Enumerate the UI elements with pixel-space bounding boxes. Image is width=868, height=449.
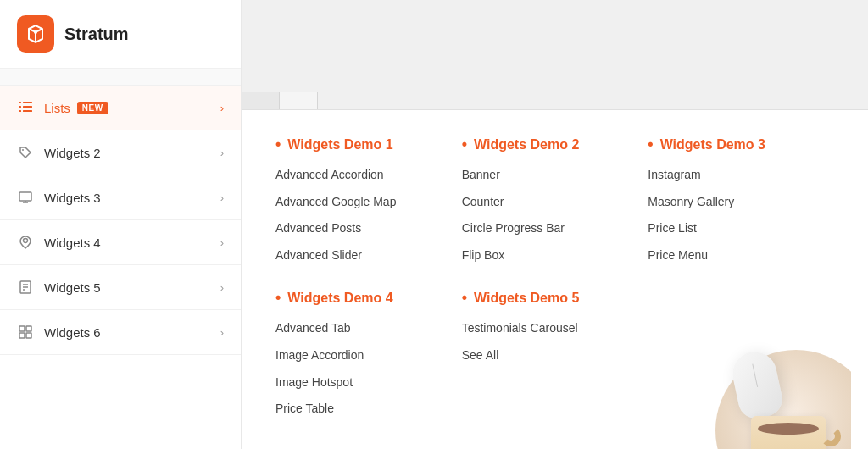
menu-column-2: Widgets Demo 2 Banner Counter Circle Pro…: [462, 136, 648, 449]
chevron-right-icon: ›: [220, 102, 224, 114]
section-title-demo2: Widgets Demo 2: [462, 136, 632, 153]
new-badge: NEW: [77, 102, 108, 114]
sidebar-item-widgets2-label: Widgets 2: [44, 146, 101, 160]
tab-2[interactable]: [280, 92, 318, 109]
chevron-right-icon-3: ›: [220, 191, 224, 204]
menu-item-image-hotspot[interactable]: Image Hotspot: [275, 374, 445, 391]
menu-item-counter[interactable]: Counter: [462, 194, 632, 211]
menu-item-advanced-slider[interactable]: Advanced Slider: [275, 247, 445, 264]
menu-item-price-table[interactable]: Price Table: [275, 401, 445, 418]
sidebar-item-widgets5[interactable]: Widgets 5 ›: [0, 265, 241, 310]
svg-rect-19: [26, 333, 31, 338]
sidebar-spacer: [0, 69, 241, 86]
section-title-demo1: Widgets Demo 1: [275, 136, 445, 153]
sidebar-item-widgets3-label: Widgets 3: [44, 191, 101, 205]
dropdown-menu: Widgets Demo 1 Advanced Accordion Advanc…: [242, 110, 868, 449]
tab-1[interactable]: [242, 92, 280, 109]
menu-column-3: Widgets Demo 3 Instagram Masonry Gallery…: [648, 136, 834, 449]
svg-rect-18: [19, 333, 25, 338]
menu-section-widgets-demo-4: Widgets Demo 4 Advanced Tab Image Accord…: [275, 289, 445, 417]
svg-point-7: [22, 149, 24, 151]
mouse-line: [752, 363, 758, 387]
chevron-right-icon-6: ›: [220, 326, 224, 339]
menu-column-1: Widgets Demo 1 Advanced Accordion Advanc…: [275, 136, 462, 449]
cup-handle: [821, 426, 841, 446]
logo-icon: [17, 15, 54, 53]
svg-rect-8: [19, 192, 31, 201]
svg-rect-3: [19, 106, 21, 108]
menu-section-widgets-demo-5: Widgets Demo 5 Testimonials Carousel See…: [462, 289, 632, 363]
chevron-right-icon-4: ›: [220, 236, 224, 249]
sidebar-item-widgets4[interactable]: Widgets 4 ›: [0, 220, 241, 265]
main-top-bar: [242, 0, 868, 110]
section-title-demo4: Widgets Demo 4: [275, 289, 445, 307]
logo-name: Stratum: [64, 25, 129, 44]
tab-bar: [242, 92, 318, 109]
sidebar-item-lists-content: Lists NEW: [44, 101, 220, 115]
menu-section-widgets-demo-2: Widgets Demo 2 Banner Counter Circle Pro…: [462, 136, 632, 263]
menu-item-advanced-accordion[interactable]: Advanced Accordion: [275, 167, 445, 184]
sidebar-item-widgets6[interactable]: Wldgets 6 ›: [0, 310, 241, 355]
menu-item-banner[interactable]: Banner: [462, 167, 632, 184]
bookmark-icon: [17, 279, 34, 296]
svg-rect-5: [19, 110, 21, 112]
sidebar-item-lists-label: Lists: [44, 101, 70, 115]
sidebar-item-widgets2[interactable]: Widgets 2 ›: [0, 130, 241, 175]
menu-item-price-list[interactable]: Price List: [648, 220, 817, 237]
grid-icon: [17, 324, 34, 341]
svg-rect-1: [19, 102, 21, 103]
menu-item-advanced-tab[interactable]: Advanced Tab: [275, 320, 445, 337]
sidebar-item-lists[interactable]: Lists NEW ›: [0, 86, 241, 130]
svg-rect-17: [26, 326, 31, 331]
menu-item-flip-box[interactable]: Flip Box: [462, 247, 632, 264]
menu-item-advanced-google-map[interactable]: Advanced Google Map: [275, 194, 445, 211]
sidebar-item-widgets4-label: Widgets 4: [44, 236, 101, 250]
menu-item-testimonials-carousel[interactable]: Testimonials Carousel: [462, 320, 632, 337]
svg-rect-2: [23, 102, 32, 103]
menu-item-price-menu[interactable]: Price Menu: [648, 247, 817, 264]
menu-section-widgets-demo-1: Widgets Demo 1 Advanced Accordion Advanc…: [275, 136, 445, 263]
mega-menu-wrapper: Widgets Demo 1 Advanced Accordion Advanc…: [242, 110, 868, 449]
menu-item-circle-progress-bar[interactable]: Circle Progress Bar: [462, 220, 632, 237]
decorative-coffee: [665, 316, 851, 449]
svg-rect-6: [23, 110, 32, 112]
list-icon: [17, 99, 34, 116]
menu-section-widgets-demo-3: Widgets Demo 3 Instagram Masonry Gallery…: [648, 136, 817, 263]
sidebar-item-widgets5-label: Widgets 5: [44, 280, 101, 295]
svg-rect-4: [23, 106, 32, 108]
sidebar: Stratum Lists NEW › Widget: [0, 0, 242, 449]
svg-point-11: [24, 239, 28, 243]
logo-area: Stratum: [0, 0, 241, 69]
monitor-icon: [17, 189, 34, 206]
main-content: Widgets Demo 1 Advanced Accordion Advanc…: [242, 0, 868, 449]
menu-item-advanced-posts[interactable]: Advanced Posts: [275, 220, 445, 237]
section-title-demo5: Widgets Demo 5: [462, 289, 632, 307]
location-icon: [17, 234, 34, 251]
coffee-cup-decoration: [751, 416, 826, 449]
chevron-right-icon-5: ›: [220, 281, 224, 294]
tag-icon: [17, 144, 34, 161]
menu-item-instagram[interactable]: Instagram: [648, 167, 817, 184]
sidebar-item-widgets6-label: Wldgets 6: [44, 325, 101, 340]
sidebar-item-widgets3[interactable]: Widgets 3 ›: [0, 175, 241, 220]
svg-rect-16: [19, 326, 25, 331]
section-title-demo3: Widgets Demo 3: [648, 136, 817, 153]
menu-item-see-all[interactable]: See All: [462, 347, 632, 364]
menu-item-image-accordion[interactable]: Image Accordion: [275, 347, 445, 364]
chevron-right-icon-2: ›: [220, 147, 224, 159]
menu-item-masonry-gallery[interactable]: Masonry Gallery: [648, 194, 817, 211]
coffee-surface-decoration: [758, 423, 819, 435]
svg-point-0: [34, 30, 37, 34]
